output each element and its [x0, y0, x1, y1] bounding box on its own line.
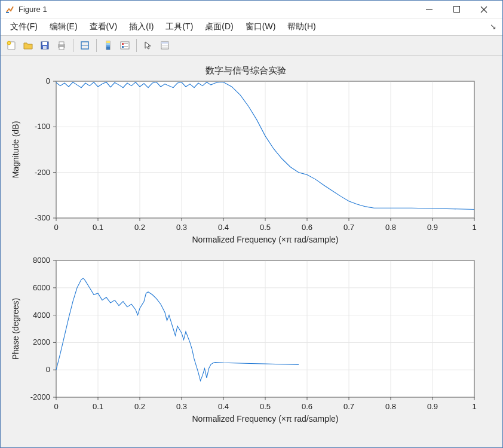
open-icon[interactable]: [21, 38, 35, 53]
figure-canvas[interactable]: 数字与信号综合实验 00.10.20.30.40.50.60.70.80.91-…: [1, 56, 502, 447]
svg-text:0.4: 0.4: [218, 223, 229, 232]
svg-rect-11: [59, 42, 64, 45]
svg-text:-100: -100: [35, 122, 50, 131]
insert-legend-icon[interactable]: [118, 38, 132, 53]
svg-point-6: [7, 41, 11, 45]
property-inspector-icon[interactable]: [158, 38, 172, 53]
matlab-icon: [5, 5, 15, 14]
svg-rect-2: [453, 7, 459, 13]
svg-text:0: 0: [54, 402, 58, 411]
svg-text:0: 0: [46, 78, 50, 85]
svg-text:Normalized Frequency  (×π rad/: Normalized Frequency (×π rad/sample): [192, 235, 338, 244]
save-icon[interactable]: [38, 38, 52, 53]
svg-text:8000: 8000: [33, 257, 50, 265]
svg-rect-26: [161, 42, 168, 44]
svg-text:1: 1: [472, 402, 476, 411]
plot-title: 数字与信号综合实验: [5, 65, 486, 76]
svg-text:0.5: 0.5: [260, 402, 271, 411]
svg-rect-19: [106, 47, 110, 50]
svg-text:0.1: 0.1: [93, 402, 103, 411]
svg-text:0.2: 0.2: [134, 223, 145, 232]
toolbar-separator: [136, 39, 137, 52]
svg-text:0: 0: [54, 223, 58, 232]
window-title: Figure 1: [19, 5, 415, 14]
insert-colorbar-icon[interactable]: [101, 38, 115, 53]
close-button[interactable]: [470, 1, 498, 18]
svg-text:0.3: 0.3: [176, 402, 187, 411]
svg-text:0.9: 0.9: [427, 402, 438, 411]
svg-text:0: 0: [46, 365, 50, 374]
svg-text:Normalized Frequency  (×π rad/: Normalized Frequency (×π rad/sample): [192, 414, 338, 424]
svg-rect-16: [106, 41, 110, 43]
menu-window[interactable]: 窗口(W): [240, 20, 282, 34]
svg-text:0.6: 0.6: [302, 223, 312, 232]
menu-tools[interactable]: 工具(T): [160, 20, 199, 34]
figure-toolbar: [1, 35, 502, 56]
svg-text:1: 1: [472, 223, 476, 232]
edit-plot-cursor-icon[interactable]: [141, 38, 155, 53]
minimize-button[interactable]: [415, 1, 443, 18]
svg-rect-0: [6, 12, 9, 13]
svg-text:6000: 6000: [33, 283, 50, 292]
svg-text:0.3: 0.3: [176, 223, 187, 232]
svg-text:0.8: 0.8: [385, 402, 396, 411]
toolbar-separator: [73, 39, 73, 52]
svg-text:-200: -200: [35, 168, 50, 177]
menu-help[interactable]: 帮助(H): [281, 20, 321, 34]
svg-text:0.5: 0.5: [260, 223, 271, 232]
svg-rect-12: [59, 47, 64, 50]
svg-text:Magnitude (dB): Magnitude (dB): [11, 121, 20, 179]
menu-expand-icon[interactable]: ↘: [490, 22, 496, 31]
svg-rect-22: [122, 46, 124, 48]
svg-text:0.7: 0.7: [343, 223, 354, 232]
new-figure-icon[interactable]: [4, 38, 19, 53]
svg-rect-21: [122, 43, 124, 45]
svg-rect-8: [42, 42, 47, 45]
link-axes-icon[interactable]: [78, 38, 92, 53]
svg-text:Phase (degrees): Phase (degrees): [11, 298, 20, 360]
svg-text:0.7: 0.7: [343, 402, 354, 411]
magnitude-subplot: 00.10.20.30.40.50.60.70.80.91-300-200-10…: [5, 78, 486, 251]
svg-text:0.4: 0.4: [218, 402, 229, 411]
phase-subplot: 00.10.20.30.40.50.60.70.80.91-2000020004…: [5, 257, 486, 430]
svg-text:-300: -300: [35, 213, 50, 222]
print-icon[interactable]: [54, 38, 69, 53]
svg-text:0.1: 0.1: [93, 223, 103, 232]
menu-bar: 文件(F) 编辑(E) 查看(V) 插入(I) 工具(T) 桌面(D) 窗口(W…: [1, 19, 502, 35]
window-controls: [415, 1, 498, 18]
svg-text:0.6: 0.6: [302, 402, 312, 411]
menu-file[interactable]: 文件(F): [4, 20, 44, 34]
svg-rect-20: [121, 42, 129, 49]
svg-text:0.8: 0.8: [385, 223, 396, 232]
menu-insert[interactable]: 插入(I): [123, 20, 160, 34]
svg-text:2000: 2000: [33, 337, 50, 346]
maximize-button[interactable]: [443, 1, 470, 18]
menu-desktop[interactable]: 桌面(D): [199, 20, 239, 34]
svg-text:0.2: 0.2: [134, 402, 145, 411]
menu-view[interactable]: 查看(V): [84, 20, 124, 34]
toolbar-separator: [96, 39, 97, 52]
svg-text:-2000: -2000: [30, 392, 50, 401]
svg-rect-9: [43, 46, 47, 49]
menu-edit[interactable]: 编辑(E): [44, 20, 84, 34]
title-bar: Figure 1: [1, 1, 502, 19]
svg-text:0.9: 0.9: [427, 223, 438, 232]
svg-text:4000: 4000: [33, 311, 50, 320]
svg-rect-18: [106, 45, 110, 47]
svg-rect-17: [106, 43, 110, 45]
